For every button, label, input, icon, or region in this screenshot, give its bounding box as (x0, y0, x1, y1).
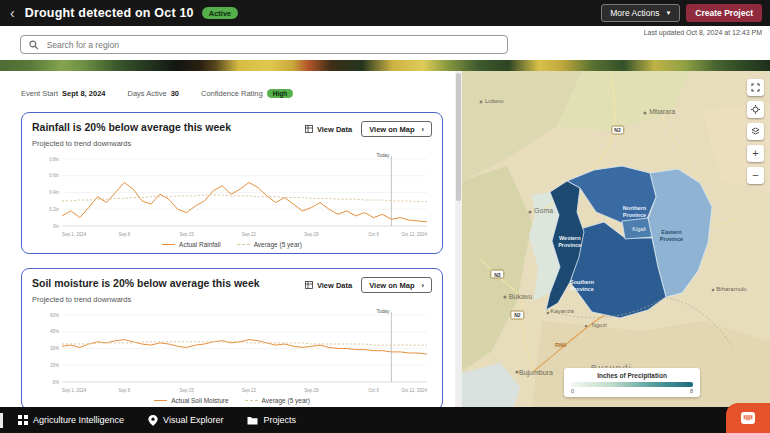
rainfall-card-title: Rainfall is 20% below average this week (32, 121, 231, 133)
svg-text:Sep 29: Sep 29 (304, 388, 319, 393)
region-search[interactable] (20, 35, 508, 54)
chat-icon (740, 411, 756, 425)
svg-text:0.4in: 0.4in (49, 190, 59, 195)
map-pin-icon (148, 415, 158, 426)
svg-text:Sep 22: Sep 22 (242, 232, 257, 237)
legend-item: Average (5 year) (237, 241, 302, 248)
rainfall-insight-card[interactable]: Rainfall is 20% below average this week … (21, 112, 443, 254)
locate-button[interactable] (747, 101, 764, 118)
legend-item: Actual Soil Moisture (154, 397, 228, 404)
more-actions-label: More Actions (610, 8, 659, 18)
page-title: Drought detected on Oct 10 (25, 6, 194, 20)
legend-gradient-bar (571, 382, 693, 387)
apps-grid-icon (18, 415, 28, 425)
create-project-button[interactable]: Create Project (686, 4, 762, 22)
days-active-label: Days Active (127, 89, 166, 98)
svg-text:Today: Today (377, 309, 390, 314)
map-label-kayanza: Kayanza (550, 308, 573, 314)
active-nav-indicator (0, 413, 3, 428)
svg-text:0%: 0% (52, 380, 59, 385)
svg-text:0.2in: 0.2in (49, 207, 59, 212)
event-detail-panel: Event Start Sept 8, 2024 Days Active 30 … (0, 71, 455, 407)
legend-min: 0 (571, 388, 574, 394)
road-badge-n2: N2 (511, 310, 524, 319)
legend-item: Average (5 year) (245, 397, 310, 404)
legend-title: Inches of Precipitation (571, 372, 693, 379)
last-updated-text: Last updated Oct 8, 2024 at 12:43 PM (644, 29, 762, 36)
app-window: ‹ Drought detected on Oct 10 Active More… (0, 0, 770, 433)
main-content: Event Start Sept 8, 2024 Days Active 30 … (0, 71, 770, 407)
subheader: Last updated Oct 8, 2024 at 12:43 PM (0, 26, 770, 60)
svg-text:Sep 8: Sep 8 (118, 232, 130, 237)
view-on-map-label: View on Map (369, 281, 414, 290)
map-label-mbarara: Mbarara (649, 108, 675, 115)
imagery-timeline-strip[interactable] (0, 60, 770, 71)
map-label-bujumbura: Bujumbura (519, 368, 553, 375)
chat-launcher-button[interactable] (726, 403, 770, 433)
nav-label: Agriculture Intelligence (33, 415, 124, 425)
event-meta-row: Event Start Sept 8, 2024 Days Active 30 … (21, 89, 455, 98)
chevron-down-icon: ▼ (665, 10, 671, 16)
event-start: Event Start Sept 8, 2024 (21, 89, 105, 98)
legend-item: Actual Rainfall (162, 241, 221, 248)
layers-button[interactable] (747, 123, 764, 140)
map-label-lubero: Lubero (485, 98, 504, 104)
soil-moisture-chart-legend: Actual Soil MoistureAverage (5 year) (32, 397, 432, 404)
rainfall-view-on-map-button[interactable]: View on Map › (361, 121, 432, 137)
svg-text:Sep 1, 2024: Sep 1, 2024 (62, 388, 87, 393)
nav-label: Projects (263, 415, 296, 425)
svg-text:0.8in: 0.8in (49, 157, 59, 162)
view-on-map-label: View on Map (369, 125, 414, 134)
soil-moisture-view-data-button[interactable]: View Data (303, 279, 354, 292)
table-icon (305, 281, 313, 289)
svg-text:0in: 0in (53, 224, 60, 229)
svg-text:Sep 15: Sep 15 (180, 388, 195, 393)
map-label-eastern-province: Eastern Province (660, 229, 683, 243)
road-name-rn9: RN9 (555, 342, 566, 348)
days-active: Days Active 30 (127, 89, 179, 98)
status-badge: Active (202, 7, 239, 19)
road-badge-n3: N3 (491, 270, 504, 279)
nav-agriculture-intelligence[interactable]: Agriculture Intelligence (6, 407, 136, 433)
soil-moisture-card-subtitle: Projected to trend downwards (32, 295, 432, 304)
scrollbar-thumb[interactable] (456, 73, 461, 201)
rainfall-chart: 0in0.2in0.4in0.6in0.8inSep 1, 2024Sep 8S… (32, 150, 432, 240)
map-panel[interactable]: LuberoMbararaGomaNorthern ProvinceKigali… (462, 71, 770, 407)
soil-moisture-insight-card[interactable]: Soil moisture is 20% below average this … (21, 268, 443, 407)
nav-projects[interactable]: Projects (235, 407, 308, 433)
map-label-kigali: Kigali (632, 226, 645, 232)
confidence-rating-badge: High (267, 89, 293, 98)
map-label-western-province: Western Province (558, 235, 581, 249)
road-badge-n2: N2 (611, 125, 624, 134)
svg-text:Oct 12, 2024: Oct 12, 2024 (401, 388, 427, 393)
nav-label: Visual Explorer (163, 415, 223, 425)
back-button[interactable]: ‹ (8, 6, 17, 20)
days-active-value: 30 (171, 89, 179, 98)
svg-text:Sep 1, 2024: Sep 1, 2024 (62, 232, 87, 237)
search-icon (29, 40, 39, 50)
chevron-right-icon: › (422, 281, 425, 290)
left-panel-scrollbar[interactable] (455, 71, 462, 407)
confidence-rating: Confidence Rating High (201, 89, 293, 98)
svg-text:Oct 12, 2024: Oct 12, 2024 (401, 232, 427, 237)
svg-text:Oct 6: Oct 6 (368, 232, 379, 237)
soil-moisture-view-on-map-button[interactable]: View on Map › (361, 277, 432, 293)
map-controls: + − (747, 79, 764, 184)
search-input[interactable] (45, 39, 499, 51)
soil-moisture-card-title: Soil moisture is 20% below average this … (32, 277, 260, 289)
rainfall-view-data-button[interactable]: View Data (303, 123, 354, 136)
svg-text:Sep 29: Sep 29 (304, 232, 319, 237)
expand-map-button[interactable] (747, 79, 764, 96)
bottom-navigation: Agriculture Intelligence Visual Explorer… (0, 407, 770, 433)
nav-visual-explorer[interactable]: Visual Explorer (136, 407, 235, 433)
svg-text:Sep 8: Sep 8 (118, 388, 130, 393)
zoom-out-button[interactable]: − (747, 167, 764, 184)
zoom-in-button[interactable]: + (747, 145, 764, 162)
header-actions: More Actions ▼ Create Project (601, 4, 762, 22)
crosshair-icon (751, 105, 760, 114)
precipitation-legend: Inches of Precipitation 0 8 (564, 368, 700, 398)
more-actions-button[interactable]: More Actions ▼ (601, 4, 680, 22)
map-label-bukavu: Bukavu (509, 293, 532, 300)
expand-icon (751, 83, 760, 92)
map-label-northern-province: Northern Province (623, 205, 646, 219)
